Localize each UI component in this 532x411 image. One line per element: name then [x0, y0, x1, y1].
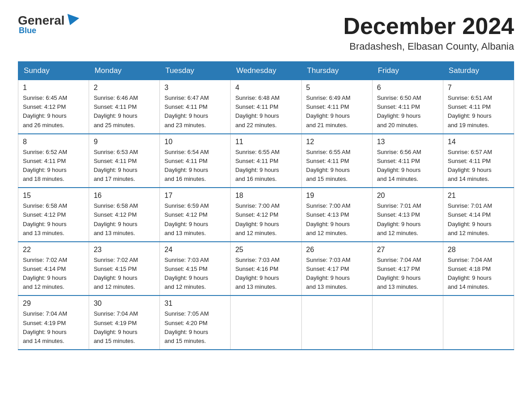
day-info: Sunrise: 7:00 AM Sunset: 4:13 PM Dayligh… [306, 201, 368, 238]
day-number: 26 [306, 246, 368, 254]
header-cell-tuesday: Tuesday [160, 62, 231, 80]
day-info: Sunrise: 6:59 AM Sunset: 4:12 PM Dayligh… [164, 201, 226, 238]
header-cell-sunday: Sunday [18, 62, 89, 80]
day-cell: 12 Sunrise: 6:55 AM Sunset: 4:11 PM Dayl… [301, 134, 372, 188]
day-number: 4 [235, 84, 296, 92]
header-row: SundayMondayTuesdayWednesdayThursdayFrid… [18, 62, 514, 80]
calendar-header: SundayMondayTuesdayWednesdayThursdayFrid… [18, 62, 514, 80]
day-number: 20 [377, 192, 438, 200]
day-cell: 5 Sunrise: 6:49 AM Sunset: 4:11 PM Dayli… [301, 80, 372, 134]
day-cell: 28 Sunrise: 7:04 AM Sunset: 4:18 PM Dayl… [443, 242, 514, 296]
day-info: Sunrise: 7:03 AM Sunset: 4:15 PM Dayligh… [164, 256, 226, 292]
day-number: 29 [23, 300, 84, 308]
week-row-5: 29 Sunrise: 7:04 AM Sunset: 4:19 PM Dayl… [18, 295, 514, 350]
day-info: Sunrise: 7:04 AM Sunset: 4:19 PM Dayligh… [94, 309, 155, 346]
day-cell: 25 Sunrise: 7:03 AM Sunset: 4:16 PM Dayl… [231, 242, 301, 296]
day-number: 15 [23, 192, 84, 200]
week-row-3: 15 Sunrise: 6:58 AM Sunset: 4:12 PM Dayl… [18, 188, 514, 242]
day-number: 3 [164, 84, 226, 92]
logo: General Blue [18, 13, 79, 35]
day-cell: 23 Sunrise: 7:02 AM Sunset: 4:15 PM Dayl… [89, 242, 160, 296]
week-row-1: 1 Sunrise: 6:45 AM Sunset: 4:12 PM Dayli… [18, 80, 514, 134]
day-cell: 1 Sunrise: 6:45 AM Sunset: 4:12 PM Dayli… [18, 80, 89, 134]
day-cell: 16 Sunrise: 6:58 AM Sunset: 4:12 PM Dayl… [89, 188, 160, 242]
day-info: Sunrise: 7:00 AM Sunset: 4:12 PM Dayligh… [235, 201, 296, 238]
header-cell-friday: Friday [372, 62, 443, 80]
day-info: Sunrise: 7:04 AM Sunset: 4:19 PM Dayligh… [23, 309, 84, 346]
day-info: Sunrise: 7:05 AM Sunset: 4:20 PM Dayligh… [164, 309, 226, 346]
day-number: 2 [94, 84, 155, 92]
day-cell [443, 295, 514, 350]
month-title: December 2024 [343, 13, 514, 39]
day-info: Sunrise: 7:03 AM Sunset: 4:17 PM Dayligh… [306, 256, 368, 292]
logo-triangle-icon [64, 14, 79, 27]
day-cell: 27 Sunrise: 7:04 AM Sunset: 4:17 PM Dayl… [372, 242, 443, 296]
day-number: 10 [164, 138, 226, 146]
day-cell: 3 Sunrise: 6:47 AM Sunset: 4:11 PM Dayli… [160, 80, 231, 134]
day-info: Sunrise: 7:04 AM Sunset: 4:17 PM Dayligh… [377, 256, 438, 292]
day-cell: 17 Sunrise: 6:59 AM Sunset: 4:12 PM Dayl… [160, 188, 231, 242]
header-cell-monday: Monday [89, 62, 160, 80]
header-cell-thursday: Thursday [301, 62, 372, 80]
calendar-body: 1 Sunrise: 6:45 AM Sunset: 4:12 PM Dayli… [18, 80, 514, 350]
header-cell-wednesday: Wednesday [231, 62, 301, 80]
day-info: Sunrise: 7:01 AM Sunset: 4:13 PM Dayligh… [377, 201, 438, 238]
day-info: Sunrise: 6:58 AM Sunset: 4:12 PM Dayligh… [94, 201, 155, 238]
day-cell: 11 Sunrise: 6:55 AM Sunset: 4:11 PM Dayl… [231, 134, 301, 188]
day-info: Sunrise: 6:58 AM Sunset: 4:12 PM Dayligh… [23, 201, 84, 238]
day-cell: 29 Sunrise: 7:04 AM Sunset: 4:19 PM Dayl… [18, 295, 89, 350]
day-cell: 19 Sunrise: 7:00 AM Sunset: 4:13 PM Dayl… [301, 188, 372, 242]
day-info: Sunrise: 7:01 AM Sunset: 4:14 PM Dayligh… [448, 201, 509, 238]
day-number: 24 [164, 246, 226, 254]
day-info: Sunrise: 7:02 AM Sunset: 4:14 PM Dayligh… [23, 256, 84, 292]
day-cell: 18 Sunrise: 7:00 AM Sunset: 4:12 PM Dayl… [231, 188, 301, 242]
day-number: 22 [23, 246, 84, 254]
day-number: 30 [94, 300, 155, 308]
day-number: 16 [94, 192, 155, 200]
day-cell: 4 Sunrise: 6:48 AM Sunset: 4:11 PM Dayli… [231, 80, 301, 134]
day-cell: 2 Sunrise: 6:46 AM Sunset: 4:11 PM Dayli… [89, 80, 160, 134]
page-header: General Blue December 2024 Bradashesh, E… [18, 13, 514, 52]
day-cell: 7 Sunrise: 6:51 AM Sunset: 4:11 PM Dayli… [443, 80, 514, 134]
day-cell: 9 Sunrise: 6:53 AM Sunset: 4:11 PM Dayli… [89, 134, 160, 188]
day-cell: 31 Sunrise: 7:05 AM Sunset: 4:20 PM Dayl… [160, 295, 231, 350]
day-info: Sunrise: 6:50 AM Sunset: 4:11 PM Dayligh… [377, 94, 438, 130]
day-info: Sunrise: 6:57 AM Sunset: 4:11 PM Dayligh… [448, 148, 509, 184]
day-cell: 30 Sunrise: 7:04 AM Sunset: 4:19 PM Dayl… [89, 295, 160, 350]
day-cell [231, 295, 301, 350]
day-info: Sunrise: 6:52 AM Sunset: 4:11 PM Dayligh… [23, 148, 84, 184]
title-block: December 2024 Bradashesh, Elbasan County… [343, 13, 514, 52]
day-cell: 20 Sunrise: 7:01 AM Sunset: 4:13 PM Dayl… [372, 188, 443, 242]
day-number: 9 [94, 138, 155, 146]
day-number: 25 [235, 246, 296, 254]
day-cell: 21 Sunrise: 7:01 AM Sunset: 4:14 PM Dayl… [443, 188, 514, 242]
day-info: Sunrise: 6:51 AM Sunset: 4:11 PM Dayligh… [448, 94, 509, 130]
day-cell [372, 295, 443, 350]
day-info: Sunrise: 6:49 AM Sunset: 4:11 PM Dayligh… [306, 94, 368, 130]
day-info: Sunrise: 6:46 AM Sunset: 4:11 PM Dayligh… [94, 94, 155, 130]
day-number: 5 [306, 84, 368, 92]
day-info: Sunrise: 6:55 AM Sunset: 4:11 PM Dayligh… [306, 148, 368, 184]
header-cell-saturday: Saturday [443, 62, 514, 80]
day-info: Sunrise: 6:53 AM Sunset: 4:11 PM Dayligh… [94, 148, 155, 184]
day-info: Sunrise: 6:47 AM Sunset: 4:11 PM Dayligh… [164, 94, 226, 130]
day-cell: 8 Sunrise: 6:52 AM Sunset: 4:11 PM Dayli… [18, 134, 89, 188]
day-info: Sunrise: 7:02 AM Sunset: 4:15 PM Dayligh… [94, 256, 155, 292]
day-info: Sunrise: 6:48 AM Sunset: 4:11 PM Dayligh… [235, 94, 296, 130]
day-number: 27 [377, 246, 438, 254]
day-info: Sunrise: 6:56 AM Sunset: 4:11 PM Dayligh… [377, 148, 438, 184]
week-row-4: 22 Sunrise: 7:02 AM Sunset: 4:14 PM Dayl… [18, 242, 514, 296]
calendar-table: SundayMondayTuesdayWednesdayThursdayFrid… [18, 61, 514, 350]
day-number: 11 [235, 138, 296, 146]
day-info: Sunrise: 7:03 AM Sunset: 4:16 PM Dayligh… [235, 256, 296, 292]
day-cell: 24 Sunrise: 7:03 AM Sunset: 4:15 PM Dayl… [160, 242, 231, 296]
day-cell: 13 Sunrise: 6:56 AM Sunset: 4:11 PM Dayl… [372, 134, 443, 188]
day-number: 6 [377, 84, 438, 92]
day-number: 1 [23, 84, 84, 92]
day-number: 8 [23, 138, 84, 146]
day-cell: 6 Sunrise: 6:50 AM Sunset: 4:11 PM Dayli… [372, 80, 443, 134]
day-number: 13 [377, 138, 438, 146]
day-number: 14 [448, 138, 509, 146]
day-cell: 26 Sunrise: 7:03 AM Sunset: 4:17 PM Dayl… [301, 242, 372, 296]
location-title: Bradashesh, Elbasan County, Albania [343, 41, 514, 52]
